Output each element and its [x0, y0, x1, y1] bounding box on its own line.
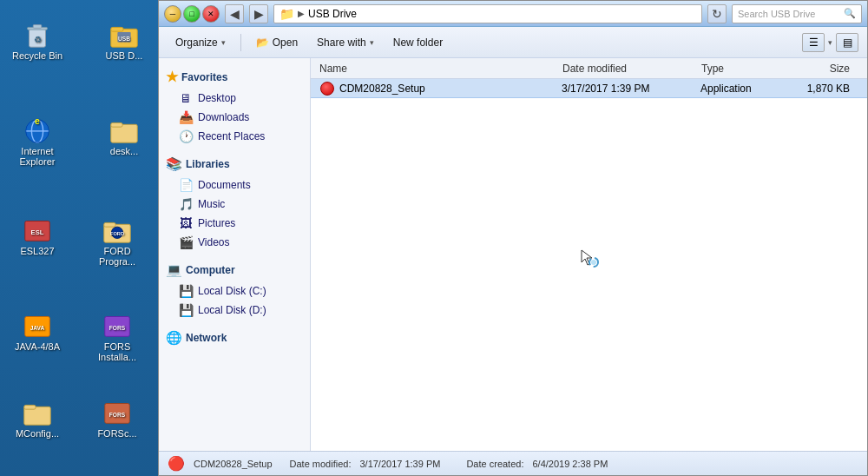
disk-d-icon: 💾 [178, 303, 194, 317]
status-file-name: CDM20828_Setup [194, 459, 273, 469]
refresh-button[interactable]: ↻ [707, 4, 727, 23]
pictures-label: Pictures [198, 217, 235, 229]
downloads-icon: 📥 [178, 110, 194, 124]
desktop-icon-forsc[interactable]: FORS FORSc... [87, 395, 148, 439]
ie-label: Internet Explorer [20, 146, 56, 167]
file-list-header: Name Date modified Type Size [311, 58, 867, 79]
desktop-icon-fors[interactable]: FORS FORS Installa... [87, 308, 148, 362]
desktop-icon-esl327[interactable]: ESL ESL327 [7, 213, 68, 256]
svg-rect-5 [111, 27, 123, 31]
col-header-name[interactable]: Name [319, 63, 562, 75]
sidebar-item-music[interactable]: 🎵 Music [159, 195, 310, 214]
col-header-size[interactable]: Size [806, 63, 858, 75]
organize-dropdown-arrow: ▾ [221, 38, 226, 47]
recycle-bin-label: Recycle Bin [12, 50, 62, 61]
downloads-label: Downloads [198, 111, 249, 123]
open-label: Open [273, 36, 298, 49]
sidebar-item-pictures[interactable]: 🖼 Pictures [159, 214, 310, 233]
local-disk-d-label: Local Disk (D:) [198, 304, 266, 316]
path-label: USB Drive [308, 8, 357, 20]
network-section[interactable]: 🌐 Network [159, 327, 310, 349]
col-header-type[interactable]: Type [701, 63, 806, 75]
desktop-icon-desk2[interactable]: desk... [94, 113, 155, 156]
sidebar-item-desktop[interactable]: 🖥 Desktop [159, 89, 310, 108]
desktop-icon-ie[interactable]: e Internet Explorer [7, 113, 68, 167]
address-bar[interactable]: 📁 ▶ USB Drive [273, 4, 702, 23]
file-list: Name Date modified Type Size CDM20828_Se… [311, 58, 867, 451]
desktop-label: Desktop [198, 92, 236, 104]
forward-button[interactable]: ▶ [249, 4, 268, 23]
java-label: JAVA-4/8A [15, 341, 60, 352]
libraries-icon: 📚 [166, 156, 182, 172]
sidebar-item-downloads[interactable]: 📥 Downloads [159, 108, 310, 127]
pictures-icon: 🖼 [178, 216, 194, 230]
open-button[interactable]: 📂 Open [248, 32, 306, 53]
new-folder-label: New folder [393, 36, 443, 49]
sidebar-item-documents[interactable]: 📄 Documents [159, 175, 310, 195]
sidebar: ★ Favorites 🖥 Desktop 📥 Downloads 🕐 Rece… [159, 58, 311, 451]
sidebar-item-local-disk-d[interactable]: 💾 Local Disk (D:) [159, 301, 310, 320]
documents-label: Documents [198, 179, 251, 191]
esl327-label: ESL327 [20, 246, 54, 256]
sidebar-item-local-disk-c[interactable]: 💾 Local Disk (C:) [159, 281, 310, 301]
svg-text:USB: USB [118, 36, 130, 42]
libraries-label: Libraries [186, 158, 230, 170]
desktop-icon-mconfig[interactable]: MConfig... [7, 395, 68, 439]
svg-text:ESL: ESL [31, 228, 44, 236]
file-date-cell: 3/17/2017 1:39 PM [562, 83, 700, 95]
sidebar-item-recent-places[interactable]: 🕐 Recent Places [159, 127, 310, 146]
preview-button[interactable]: ▤ [836, 33, 858, 52]
file-name-cell: CDM20828_Setup [339, 83, 562, 95]
path-folder-icon: 📁 [279, 7, 294, 21]
libraries-section[interactable]: 📚 Libraries [159, 153, 310, 175]
toolbar-separator-1 [240, 34, 241, 51]
maximize-button[interactable]: □ [183, 5, 201, 23]
main-content: ★ Favorites 🖥 Desktop 📥 Downloads 🕐 Rece… [159, 58, 867, 451]
minimize-button[interactable]: ─ [164, 5, 181, 23]
desktop-icon-java[interactable]: JAVA JAVA-4/8A [7, 308, 68, 352]
svg-rect-26 [24, 405, 36, 409]
desktop-icon-recycle-bin[interactable]: ♻ Recycle Bin [7, 17, 68, 61]
sidebar-item-videos[interactable]: 🎬 Videos [159, 233, 310, 252]
table-row[interactable]: CDM20828_Setup 3/17/2017 1:39 PM Applica… [311, 79, 867, 98]
share-dropdown-arrow: ▾ [370, 38, 374, 47]
computer-icon: 💻 [166, 262, 182, 278]
desktop-icon-ford[interactable]: FORD FORD Progra... [87, 213, 148, 267]
view-button[interactable]: ☰ [802, 33, 825, 52]
local-disk-c-label: Local Disk (C:) [198, 285, 266, 297]
cursor-area [580, 248, 599, 270]
col-header-date[interactable]: Date modified [562, 63, 701, 75]
svg-text:JAVA: JAVA [30, 325, 45, 331]
svg-rect-14 [111, 122, 122, 127]
view-dropdown-arrow[interactable]: ▾ [828, 38, 832, 47]
computer-section[interactable]: 💻 Computer [159, 259, 310, 281]
favorites-icon: ★ [166, 69, 178, 85]
documents-icon: 📄 [178, 178, 194, 192]
close-button[interactable]: ✕ [202, 5, 220, 23]
svg-marker-29 [582, 250, 592, 265]
share-with-label: Share with [317, 36, 366, 49]
file-size-cell: 1,870 KB [805, 83, 858, 95]
organize-button[interactable]: Organize ▾ [168, 32, 233, 53]
open-icon: 📂 [256, 36, 269, 49]
share-with-button[interactable]: Share with ▾ [309, 32, 382, 53]
loading-cursor-icon [580, 248, 599, 268]
network-icon: 🌐 [166, 330, 182, 346]
new-folder-button[interactable]: New folder [385, 32, 450, 53]
forsc-label: FORSc... [97, 428, 136, 439]
back-button[interactable]: ◀ [225, 4, 244, 23]
favorites-section[interactable]: ★ Favorites [159, 65, 310, 89]
organize-label: Organize [175, 36, 218, 49]
desktop-icon-usb-drive[interactable]: USB USB D... [94, 17, 155, 61]
file-app-icon [319, 81, 335, 96]
ford-label: FORD Progra... [99, 246, 135, 267]
window-controls: ─ □ ✕ [164, 5, 220, 23]
svg-text:♻: ♻ [34, 35, 42, 44]
network-label: Network [186, 332, 227, 344]
file-list-body[interactable]: CDM20828_Setup 3/17/2017 1:39 PM Applica… [311, 79, 867, 451]
fors-label: FORS Installa... [98, 341, 136, 362]
path-arrow: ▶ [298, 9, 305, 18]
search-placeholder: Search USB Drive [738, 9, 815, 19]
mconfig-label: MConfig... [16, 428, 59, 439]
search-box[interactable]: Search USB Drive 🔍 [732, 4, 862, 23]
